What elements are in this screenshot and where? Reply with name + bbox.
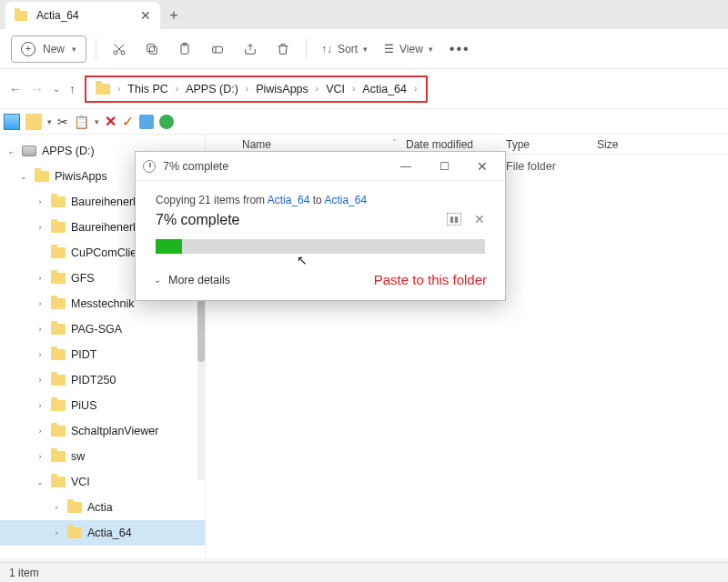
scissors-icon[interactable] — [57, 115, 68, 129]
forward-button[interactable]: → — [31, 82, 44, 96]
folder-icon — [67, 527, 82, 538]
tab-active[interactable]: Actia_64 ✕ — [5, 2, 160, 29]
dialog-body: Copying 21 items from Actia_64 to Actia_… — [136, 181, 505, 263]
close-tab-icon[interactable]: ✕ — [140, 8, 151, 23]
recent-chevron-icon[interactable]: ⌄ — [53, 84, 60, 94]
clipboard-icon[interactable] — [74, 115, 89, 129]
folder-icon — [51, 222, 66, 233]
col-name[interactable]: Name — [242, 138, 271, 151]
up-button[interactable]: ↑ — [69, 82, 76, 96]
chevron-right-icon: › — [176, 84, 178, 94]
tool-blue-icon[interactable] — [139, 115, 154, 129]
check-icon[interactable]: ✓ — [122, 113, 134, 130]
crumb-drive[interactable]: APPS (D:) — [186, 83, 238, 95]
delete-button[interactable] — [269, 35, 297, 63]
copy-source-link[interactable]: Actia_64 — [268, 194, 310, 206]
new-label: New — [43, 43, 65, 55]
expand-icon[interactable]: › — [35, 197, 46, 206]
breadcrumb[interactable]: › This PC › APPS (D:) › PiwisApps › VCI … — [85, 75, 428, 103]
svg-rect-6 — [213, 46, 223, 53]
expand-icon[interactable]: › — [35, 376, 46, 385]
tree-item-selected[interactable]: ›Actia_64 — [0, 520, 205, 546]
tree-item[interactable]: ›PAG-SGA — [0, 316, 205, 342]
close-button[interactable]: ✕ — [467, 155, 498, 178]
crumb-this-pc[interactable]: This PC — [127, 83, 167, 95]
chevron-down-icon[interactable]: ▾ — [95, 117, 99, 126]
pause-button[interactable]: ▮▮ — [447, 213, 461, 226]
more-details-label: More details — [168, 274, 230, 286]
tree-label: VCI — [71, 476, 90, 488]
tool-folder-icon[interactable] — [25, 114, 42, 130]
tool-select-icon[interactable] — [4, 114, 20, 130]
tree-vci[interactable]: ⌄VCI — [0, 469, 205, 495]
folder-icon — [15, 11, 27, 21]
expand-icon[interactable]: › — [35, 350, 46, 359]
chevron-right-icon: › — [352, 84, 355, 94]
expand-icon[interactable]: › — [35, 274, 46, 283]
secondary-toolbar: ▾ ▾ ✕ ✓ — [0, 109, 728, 135]
copy-description: Copying 21 items from Actia_64 to Actia_… — [156, 194, 485, 206]
tree-label: Messtechnik — [71, 297, 134, 310]
tree-item[interactable]: ›PIDT250 — [0, 367, 205, 393]
minimize-button[interactable]: — — [390, 155, 421, 178]
expand-icon[interactable]: › — [35, 325, 46, 334]
tree-item[interactable]: ›sw — [0, 444, 205, 469]
tree-label: PiUS — [71, 399, 96, 412]
crumb-vci[interactable]: VCI — [326, 83, 345, 95]
expand-icon[interactable]: › — [35, 223, 46, 232]
tab-bar: Actia_64 ✕ + — [0, 0, 728, 29]
copy-button[interactable] — [138, 35, 166, 63]
expand-icon[interactable]: › — [51, 528, 62, 537]
cancel-button[interactable]: ✕ — [474, 212, 485, 226]
separator — [306, 39, 307, 59]
view-button[interactable]: ☰ View ▾ — [379, 35, 439, 63]
sort-label: Sort — [338, 43, 358, 55]
tree-label: PiwisApps — [55, 170, 107, 183]
chevron-down-icon[interactable]: ▾ — [47, 117, 52, 126]
expand-icon[interactable]: › — [35, 426, 46, 436]
folder-icon — [51, 324, 66, 335]
more-details-toggle[interactable]: ⌄ More details — [154, 274, 230, 286]
folder-icon — [51, 477, 66, 487]
col-date[interactable]: Date modified — [406, 138, 473, 151]
expand-icon[interactable]: › — [35, 452, 46, 461]
maximize-button[interactable]: ☐ — [429, 155, 460, 178]
tree-label: sw — [71, 450, 85, 463]
tree-item[interactable]: ›PIDT — [0, 342, 205, 367]
delete-x-icon[interactable]: ✕ — [105, 113, 116, 130]
collapse-icon[interactable]: ⌄ — [5, 146, 16, 156]
new-button[interactable]: + New ▾ — [11, 35, 86, 63]
paste-button[interactable] — [171, 35, 198, 63]
share-button[interactable] — [237, 35, 264, 63]
new-tab-button[interactable]: + — [160, 2, 187, 29]
collapse-icon[interactable]: ⌄ — [18, 172, 29, 181]
svg-rect-3 — [147, 44, 155, 51]
crumb-actia64[interactable]: Actia_64 — [362, 83, 407, 95]
chevron-right-icon: › — [316, 84, 318, 94]
chevron-down-icon: ⌄ — [154, 275, 161, 285]
expand-icon[interactable]: › — [35, 299, 46, 308]
crumb-piwisapps[interactable]: PiwisApps — [256, 83, 308, 95]
tree-item[interactable]: ›SchaltplanViewer — [0, 418, 205, 444]
tree-item[interactable]: ›Actia — [0, 495, 205, 520]
back-button[interactable]: ← — [9, 82, 22, 96]
nav-controls: ← → ⌄ ↑ — [9, 82, 76, 96]
dialog-titlebar[interactable]: 7% complete — ☐ ✕ — [136, 152, 505, 181]
tree-item[interactable]: ›PiUS — [0, 393, 205, 418]
collapse-icon[interactable]: ⌄ — [35, 477, 46, 487]
col-type[interactable]: Type — [506, 138, 530, 151]
tool-green-icon[interactable] — [159, 115, 174, 129]
annotation-text: Paste to this folder — [374, 272, 487, 287]
cut-button[interactable] — [106, 35, 133, 63]
sort-button[interactable]: ↑↓ Sort ▾ — [316, 35, 373, 63]
tree-scrollbar[interactable] — [197, 298, 205, 480]
folder-icon — [51, 375, 66, 386]
folder-icon — [96, 84, 110, 95]
more-button[interactable]: ••• — [444, 35, 476, 63]
copy-dest-link[interactable]: Actia_64 — [324, 194, 367, 206]
col-size[interactable]: Size — [597, 138, 618, 151]
percent-complete: 7% complete — [156, 212, 485, 228]
expand-icon[interactable]: › — [35, 401, 46, 410]
rename-button[interactable] — [204, 35, 231, 63]
expand-icon[interactable]: › — [51, 503, 62, 512]
